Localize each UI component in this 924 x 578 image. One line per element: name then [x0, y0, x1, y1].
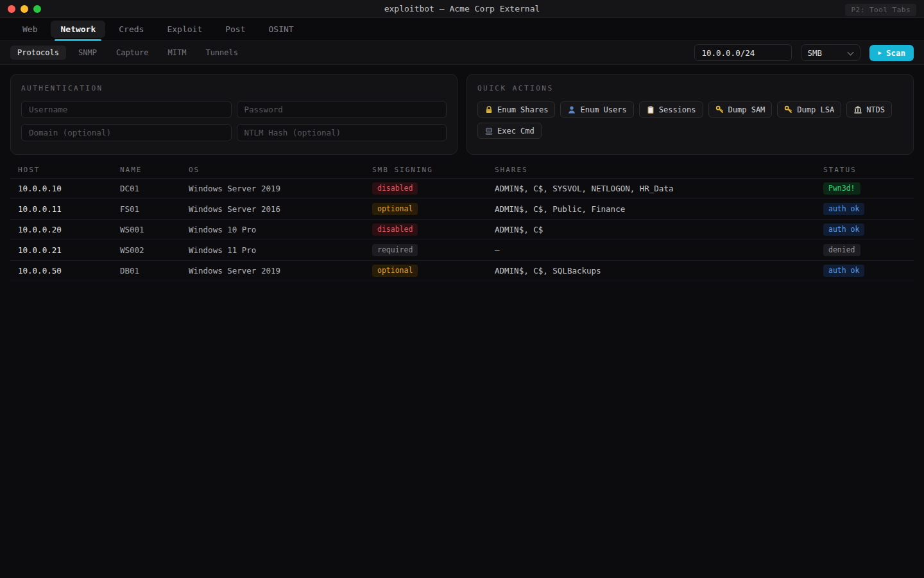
- cell-shares: —: [495, 245, 823, 255]
- subtab-capture[interactable]: Capture: [109, 46, 156, 60]
- authentication-fields: [21, 101, 447, 141]
- scan-button-label: Scan: [886, 48, 905, 58]
- key-icon: [784, 105, 793, 114]
- tab-post[interactable]: Post: [216, 21, 255, 38]
- table-row[interactable]: 10.0.0.50DB01Windows Server 2019optional…: [10, 261, 914, 281]
- smb-signing-badge: disabled: [372, 223, 418, 236]
- tab-exploit[interactable]: Exploit: [157, 21, 212, 38]
- dump-lsa-button[interactable]: Dump LSA: [777, 101, 841, 118]
- cell-smb-signing: optional: [372, 203, 495, 215]
- status-badge: auth ok: [823, 265, 864, 277]
- cell-shares: ADMIN$, C$: [495, 225, 823, 234]
- quick-action-label: Dump SAM: [728, 105, 766, 114]
- title-bar: exploitbot — Acme Corp External P2: Tool…: [0, 0, 924, 18]
- cell-status: Pwn3d!: [823, 182, 906, 195]
- ntlm-hash-field[interactable]: [237, 124, 447, 141]
- authentication-title: AUTHENTICATION: [21, 84, 447, 92]
- dump-sam-button[interactable]: Dump SAM: [708, 101, 773, 118]
- cell-os: Windows Server 2019: [189, 184, 372, 193]
- quick-actions-title: QUICK ACTIONS: [477, 84, 903, 92]
- status-badge: Pwn3d!: [823, 182, 860, 195]
- window-title: exploitbot — Acme Corp External: [384, 4, 540, 13]
- tab-creds[interactable]: Creds: [109, 21, 153, 38]
- cell-name: FS01: [120, 204, 189, 214]
- cell-os: Windows Server 2016: [189, 204, 372, 214]
- quick-action-label: Exec Cmd: [497, 127, 535, 136]
- quick-action-label: Enum Shares: [497, 105, 548, 114]
- status-badge: auth ok: [823, 223, 864, 236]
- quick-actions-panel: QUICK ACTIONS Enum SharesEnum UsersSessi…: [466, 74, 914, 155]
- table-row[interactable]: 10.0.0.11FS01Windows Server 2016optional…: [10, 199, 914, 220]
- smb-signing-badge: disabled: [372, 182, 418, 195]
- quick-action-label: Sessions: [659, 105, 696, 114]
- cell-host: 10.0.0.20: [18, 225, 120, 234]
- subtab-protocols[interactable]: Protocols: [10, 46, 66, 60]
- cell-shares: ADMIN$, C$, Public, Finance: [495, 204, 823, 214]
- username-field[interactable]: [21, 101, 232, 118]
- quick-action-label: Enum Users: [580, 105, 626, 114]
- subtab-snmp[interactable]: SNMP: [71, 46, 104, 60]
- cell-shares: ADMIN$, C$, SYSVOL, NETLOGON, HR_Data: [495, 184, 823, 193]
- smb-signing-badge: required: [372, 244, 418, 256]
- play-icon: ▶: [878, 50, 881, 56]
- phase-badge: P2: Tool Tabs: [845, 4, 916, 16]
- domain-field[interactable]: [21, 124, 232, 141]
- authentication-panel: AUTHENTICATION: [10, 74, 458, 155]
- zoom-button[interactable]: [33, 5, 41, 13]
- cell-shares: ADMIN$, C$, SQLBackups: [495, 266, 823, 276]
- password-field[interactable]: [237, 101, 447, 118]
- enum-shares-button[interactable]: Enum Shares: [477, 101, 555, 118]
- ntds-button[interactable]: NTDS: [846, 101, 892, 118]
- lock-icon: [484, 105, 493, 114]
- smb-signing-badge: optional: [372, 203, 418, 215]
- protocol-select-value: SMB: [807, 48, 822, 58]
- clipboard-icon: [646, 105, 655, 114]
- bank-icon: [853, 105, 862, 114]
- quick-action-label: Dump LSA: [797, 105, 834, 114]
- target-input[interactable]: [694, 44, 792, 61]
- subtab-tunnels[interactable]: Tunnels: [198, 46, 245, 60]
- window-controls: [8, 5, 41, 13]
- cell-name: DC01: [120, 184, 189, 193]
- cell-host: 10.0.0.10: [18, 184, 120, 193]
- subtab-bar: ProtocolsSNMPCaptureMITMTunnels: [10, 46, 245, 60]
- cell-host: 10.0.0.50: [18, 266, 120, 276]
- cell-smb-signing: disabled: [372, 223, 495, 236]
- sessions-button[interactable]: Sessions: [639, 101, 703, 118]
- quick-actions-buttons: Enum SharesEnum UsersSessionsDump SAMDum…: [477, 101, 903, 139]
- cell-smb-signing: optional: [372, 265, 495, 277]
- user-icon: [567, 105, 576, 114]
- cell-host: 10.0.0.21: [18, 245, 120, 255]
- protocol-select[interactable]: SMB: [801, 44, 860, 61]
- enum-users-button[interactable]: Enum Users: [560, 101, 633, 118]
- scan-button[interactable]: ▶ Scan: [869, 45, 914, 61]
- column-header-name: NAME: [120, 166, 189, 174]
- tab-web[interactable]: Web: [13, 21, 47, 38]
- subtab-mitm[interactable]: MITM: [161, 46, 194, 60]
- cell-status: denied: [823, 244, 906, 256]
- status-badge: denied: [823, 244, 860, 256]
- quick-action-label: NTDS: [866, 105, 885, 114]
- cell-name: DB01: [120, 266, 189, 276]
- cell-os: Windows Server 2019: [189, 266, 372, 276]
- column-header-os: OS: [189, 166, 372, 174]
- toolbar-right: SMB ▶ Scan: [694, 44, 914, 61]
- close-button[interactable]: [8, 5, 15, 13]
- minimize-button[interactable]: [21, 5, 28, 13]
- column-header-status: STATUS: [823, 166, 906, 174]
- tab-network[interactable]: Network: [51, 21, 105, 38]
- column-header-host: HOST: [18, 166, 120, 174]
- smb-signing-badge: optional: [372, 265, 418, 277]
- table-row[interactable]: 10.0.0.10DC01Windows Server 2019disabled…: [10, 179, 914, 199]
- cell-status: auth ok: [823, 203, 906, 215]
- cell-status: auth ok: [823, 223, 906, 236]
- protocol-toolbar: ProtocolsSNMPCaptureMITMTunnels SMB ▶ Sc…: [0, 41, 924, 65]
- cell-smb-signing: disabled: [372, 182, 495, 195]
- table-row[interactable]: 10.0.0.20WS001Windows 10 ProdisabledADMI…: [10, 220, 914, 240]
- column-header-shares: SHARES: [495, 166, 823, 174]
- table-row[interactable]: 10.0.0.21WS002Windows 11 Prorequired—den…: [10, 240, 914, 261]
- exec-cmd-button[interactable]: Exec Cmd: [477, 123, 542, 139]
- tab-osint[interactable]: OSINT: [259, 21, 304, 38]
- key-icon: [715, 105, 724, 114]
- cell-smb-signing: required: [372, 244, 495, 256]
